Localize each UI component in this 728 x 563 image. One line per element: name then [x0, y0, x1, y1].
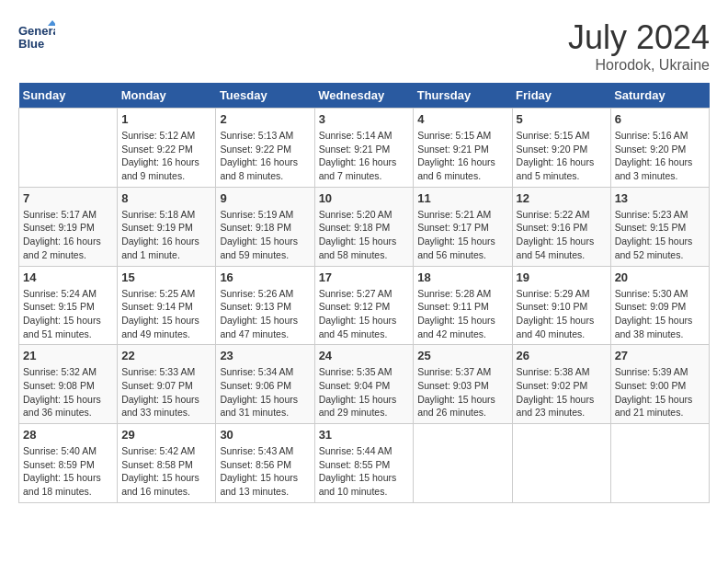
logo-icon: General Blue — [18, 18, 55, 55]
svg-text:General: General — [18, 24, 55, 38]
day-info: Sunrise: 5:44 AMSunset: 8:55 PMDaylight:… — [319, 444, 410, 499]
day-header-thursday: Thursday — [414, 83, 512, 109]
calendar-cell: 14Sunrise: 5:24 AMSunset: 9:15 PMDayligh… — [19, 266, 118, 345]
calendar-cell: 12Sunrise: 5:22 AMSunset: 9:16 PMDayligh… — [512, 187, 610, 266]
day-number: 16 — [220, 270, 310, 284]
day-info: Sunrise: 5:22 AMSunset: 9:16 PMDaylight:… — [517, 208, 607, 262]
day-number: 7 — [23, 191, 113, 205]
calendar-cell: 5Sunrise: 5:15 AMSunset: 9:20 PMDaylight… — [512, 109, 610, 188]
day-number: 2 — [220, 112, 310, 126]
calendar-cell — [610, 424, 709, 503]
day-number: 29 — [121, 428, 211, 442]
calendar-cell: 1Sunrise: 5:12 AMSunset: 9:22 PMDaylight… — [118, 109, 216, 188]
day-header-friday: Friday — [512, 83, 610, 109]
day-number: 18 — [417, 270, 507, 284]
calendar-cell: 3Sunrise: 5:14 AMSunset: 9:21 PMDaylight… — [314, 109, 414, 188]
day-info: Sunrise: 5:27 AMSunset: 9:12 PMDaylight:… — [319, 287, 410, 341]
day-info: Sunrise: 5:32 AMSunset: 9:08 PMDaylight:… — [23, 365, 113, 419]
calendar-cell: 30Sunrise: 5:43 AMSunset: 8:56 PMDayligh… — [216, 424, 314, 503]
day-number: 17 — [319, 270, 410, 284]
day-info: Sunrise: 5:17 AMSunset: 9:19 PMDaylight:… — [23, 208, 113, 262]
day-info: Sunrise: 5:13 AMSunset: 9:22 PMDaylight:… — [220, 129, 310, 183]
day-number: 26 — [517, 349, 607, 362]
month-title: July 2024 — [568, 18, 710, 57]
calendar-cell: 16Sunrise: 5:26 AMSunset: 9:13 PMDayligh… — [216, 266, 314, 345]
day-number: 24 — [319, 349, 410, 362]
calendar-cell: 8Sunrise: 5:18 AMSunset: 9:19 PMDaylight… — [118, 187, 216, 266]
day-number: 3 — [319, 112, 410, 126]
calendar-week-5: 28Sunrise: 5:40 AMSunset: 8:59 PMDayligh… — [19, 424, 710, 503]
day-info: Sunrise: 5:37 AMSunset: 9:03 PMDaylight:… — [417, 365, 507, 419]
day-info: Sunrise: 5:18 AMSunset: 9:19 PMDaylight:… — [121, 208, 211, 262]
day-info: Sunrise: 5:12 AMSunset: 9:22 PMDaylight:… — [121, 129, 211, 183]
day-info: Sunrise: 5:38 AMSunset: 9:02 PMDaylight:… — [517, 365, 607, 419]
calendar-cell: 31Sunrise: 5:44 AMSunset: 8:55 PMDayligh… — [314, 424, 414, 503]
calendar-cell — [414, 424, 512, 503]
day-info: Sunrise: 5:15 AMSunset: 9:20 PMDaylight:… — [517, 129, 607, 183]
day-number: 25 — [417, 349, 507, 362]
calendar-cell: 15Sunrise: 5:25 AMSunset: 9:14 PMDayligh… — [118, 266, 216, 345]
logo: General Blue — [18, 18, 59, 55]
day-info: Sunrise: 5:39 AMSunset: 9:00 PMDaylight:… — [615, 365, 705, 419]
day-info: Sunrise: 5:43 AMSunset: 8:56 PMDaylight:… — [220, 444, 310, 499]
calendar-cell: 4Sunrise: 5:15 AMSunset: 9:21 PMDaylight… — [414, 109, 512, 188]
day-number: 1 — [121, 112, 211, 126]
calendar-cell: 28Sunrise: 5:40 AMSunset: 8:59 PMDayligh… — [19, 424, 118, 503]
calendar-week-3: 14Sunrise: 5:24 AMSunset: 9:15 PMDayligh… — [19, 266, 710, 345]
day-info: Sunrise: 5:23 AMSunset: 9:15 PMDaylight:… — [615, 208, 705, 262]
svg-text:Blue: Blue — [18, 37, 44, 51]
calendar-cell: 23Sunrise: 5:34 AMSunset: 9:06 PMDayligh… — [216, 345, 314, 424]
calendar-week-2: 7Sunrise: 5:17 AMSunset: 9:19 PMDaylight… — [19, 187, 710, 266]
day-number: 31 — [319, 428, 410, 442]
day-info: Sunrise: 5:14 AMSunset: 9:21 PMDaylight:… — [319, 129, 410, 183]
calendar-week-4: 21Sunrise: 5:32 AMSunset: 9:08 PMDayligh… — [19, 345, 710, 424]
day-info: Sunrise: 5:16 AMSunset: 9:20 PMDaylight:… — [615, 129, 705, 183]
calendar-cell: 19Sunrise: 5:29 AMSunset: 9:10 PMDayligh… — [512, 266, 610, 345]
calendar-cell: 6Sunrise: 5:16 AMSunset: 9:20 PMDaylight… — [610, 109, 709, 188]
calendar-cell: 22Sunrise: 5:33 AMSunset: 9:07 PMDayligh… — [118, 345, 216, 424]
calendar-cell: 29Sunrise: 5:42 AMSunset: 8:58 PMDayligh… — [118, 424, 216, 503]
calendar-cell: 24Sunrise: 5:35 AMSunset: 9:04 PMDayligh… — [314, 345, 414, 424]
day-info: Sunrise: 5:34 AMSunset: 9:06 PMDaylight:… — [220, 365, 310, 419]
calendar-header-row: SundayMondayTuesdayWednesdayThursdayFrid… — [19, 83, 710, 109]
day-header-sunday: Sunday — [19, 83, 118, 109]
page-header: General Blue July 2024 Horodok, Ukraine — [18, 18, 710, 74]
day-info: Sunrise: 5:20 AMSunset: 9:18 PMDaylight:… — [319, 208, 410, 262]
day-header-saturday: Saturday — [610, 83, 709, 109]
title-block: July 2024 Horodok, Ukraine — [568, 18, 710, 74]
day-number: 4 — [417, 112, 507, 126]
day-number: 8 — [121, 191, 211, 205]
day-info: Sunrise: 5:25 AMSunset: 9:14 PMDaylight:… — [121, 287, 211, 341]
day-info: Sunrise: 5:40 AMSunset: 8:59 PMDaylight:… — [23, 444, 113, 499]
calendar-cell: 20Sunrise: 5:30 AMSunset: 9:09 PMDayligh… — [610, 266, 709, 345]
calendar-cell: 7Sunrise: 5:17 AMSunset: 9:19 PMDaylight… — [19, 187, 118, 266]
calendar-table: SundayMondayTuesdayWednesdayThursdayFrid… — [18, 83, 710, 503]
day-number: 19 — [517, 270, 607, 284]
calendar-cell — [512, 424, 610, 503]
day-info: Sunrise: 5:26 AMSunset: 9:13 PMDaylight:… — [220, 287, 310, 341]
day-info: Sunrise: 5:30 AMSunset: 9:09 PMDaylight:… — [615, 287, 705, 341]
day-info: Sunrise: 5:15 AMSunset: 9:21 PMDaylight:… — [417, 129, 507, 183]
day-info: Sunrise: 5:21 AMSunset: 9:17 PMDaylight:… — [417, 208, 507, 262]
calendar-cell: 27Sunrise: 5:39 AMSunset: 9:00 PMDayligh… — [610, 345, 709, 424]
day-number: 12 — [517, 191, 607, 205]
day-info: Sunrise: 5:33 AMSunset: 9:07 PMDaylight:… — [121, 365, 211, 419]
calendar-cell: 18Sunrise: 5:28 AMSunset: 9:11 PMDayligh… — [414, 266, 512, 345]
day-number: 15 — [121, 270, 211, 284]
calendar-cell: 26Sunrise: 5:38 AMSunset: 9:02 PMDayligh… — [512, 345, 610, 424]
day-number: 9 — [220, 191, 310, 205]
location-subtitle: Horodok, Ukraine — [568, 57, 710, 74]
day-number: 11 — [417, 191, 507, 205]
day-number: 23 — [220, 349, 310, 362]
calendar-cell: 10Sunrise: 5:20 AMSunset: 9:18 PMDayligh… — [314, 187, 414, 266]
calendar-week-1: 1Sunrise: 5:12 AMSunset: 9:22 PMDaylight… — [19, 109, 710, 188]
day-info: Sunrise: 5:29 AMSunset: 9:10 PMDaylight:… — [517, 287, 607, 341]
svg-marker-2 — [48, 20, 55, 26]
calendar-cell — [19, 109, 118, 188]
calendar-cell: 21Sunrise: 5:32 AMSunset: 9:08 PMDayligh… — [19, 345, 118, 424]
day-number: 27 — [615, 349, 705, 362]
day-header-tuesday: Tuesday — [216, 83, 314, 109]
calendar-cell: 2Sunrise: 5:13 AMSunset: 9:22 PMDaylight… — [216, 109, 314, 188]
day-info: Sunrise: 5:24 AMSunset: 9:15 PMDaylight:… — [23, 287, 113, 341]
day-number: 21 — [23, 349, 113, 362]
